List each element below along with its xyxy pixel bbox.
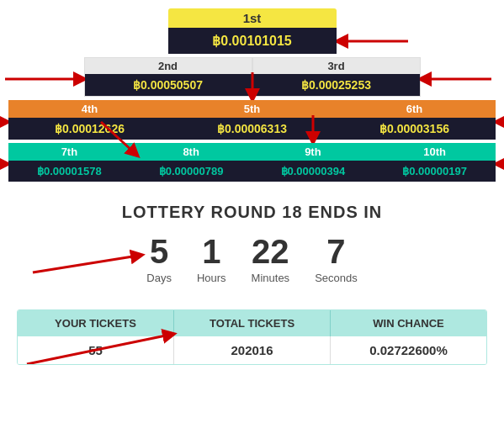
minutes-label: Minutes: [252, 272, 290, 284]
win-chance-value: 0.02722600%: [331, 336, 486, 364]
second-place-cell: 2nd ฿0.00050507: [84, 57, 252, 97]
seconds-value: 7: [326, 235, 345, 268]
ninth-place-value: ฿0.00000394: [252, 161, 374, 182]
third-place-value: ฿0.00025253: [253, 74, 420, 96]
eighth-place-value: ฿0.00000789: [130, 161, 252, 182]
eighth-arrow: [97, 118, 147, 160]
total-tickets-arrow: [23, 326, 178, 365]
main-container: 1st ฿0.00101015: [0, 0, 504, 365]
fifth-arrow: [240, 71, 265, 100]
first-place-row: 1st ฿0.00101015: [8, 8, 496, 54]
tickets-section: YOUR TICKETS TOTAL TICKETS WIN CHANCE 55: [8, 309, 496, 365]
eighth-place-label: 8th: [130, 143, 252, 161]
hours-value: 1: [202, 235, 220, 268]
svg-line-11: [27, 335, 170, 364]
seconds-item: 7 Seconds: [315, 235, 358, 284]
first-place-label: 1st: [168, 8, 337, 28]
sixth-place-label: 6th: [333, 100, 496, 118]
ninth-place-cell: 9th ฿0.00000394: [252, 143, 374, 182]
tickets-body: 55 202016 0.02722600%: [18, 336, 486, 364]
countdown-arrow: [29, 243, 146, 277]
ninth-arrow: [300, 114, 326, 143]
days-container: 5 Days: [146, 235, 172, 284]
second-place-value: ฿0.00050507: [85, 74, 252, 96]
seventh-arrow: [0, 151, 8, 177]
eighth-place-cell: 8th ฿0.00000789: [130, 143, 252, 182]
sixth-place-cell: 6th ฿0.00003156: [333, 100, 496, 140]
third-place-label: 3rd: [253, 58, 420, 74]
win-chance-header: WIN CHANCE: [331, 310, 486, 336]
fourth-arrow: [0, 109, 8, 135]
svg-line-7: [101, 122, 135, 153]
lottery-ends-section: LOTTERY ROUND 18 ENDS IN 5 Days: [0, 190, 504, 309]
minutes-value: 22: [252, 235, 289, 268]
days-label: Days: [146, 272, 172, 284]
tenth-place-cell: 10th ฿0.00000197: [374, 143, 496, 182]
first-arrow: [337, 29, 412, 54]
seconds-label: Seconds: [315, 272, 358, 284]
seventh-place-value: ฿0.00001578: [8, 161, 130, 182]
countdown-container: 5 Days 1 Hours 22 Minutes 7 Seconds: [8, 235, 496, 284]
third-place-cell: 3rd ฿0.00025253: [252, 57, 421, 97]
second-arrow: [1, 66, 85, 92]
third-arrow: [420, 66, 496, 92]
days-item: 5 Days: [146, 235, 172, 284]
sixth-place-value: ฿0.00003156: [333, 118, 496, 140]
sixth-arrow: [496, 109, 504, 135]
tenth-place-label: 10th: [374, 143, 496, 161]
tenth-place-value: ฿0.00000197: [374, 161, 496, 182]
fourth-place-label: 4th: [8, 100, 171, 118]
days-value: 5: [150, 235, 168, 268]
minutes-item: 22 Minutes: [252, 235, 290, 284]
tickets-table: YOUR TICKETS TOTAL TICKETS WIN CHANCE 55: [17, 309, 487, 365]
fourth-fifth-sixth-row: 4th ฿0.00012626 5th ฿0.00006313: [8, 100, 496, 140]
hours-label: Hours: [197, 272, 226, 284]
total-tickets-value-cell: 202016: [174, 336, 331, 364]
svg-line-10: [33, 256, 138, 272]
prize-section: 1st ฿0.00101015: [0, 0, 504, 182]
ninth-place-label: 9th: [252, 143, 374, 161]
lottery-ends-title: LOTTERY ROUND 18 ENDS IN: [8, 203, 496, 222]
total-tickets-header: TOTAL TICKETS: [174, 310, 331, 336]
hours-item: 1 Hours: [197, 235, 226, 284]
second-place-label: 2nd: [85, 58, 252, 74]
first-place-value: ฿0.00101015: [168, 28, 337, 54]
seventh-to-tenth-row: 7th ฿0.00001578 8th ฿0.00000789: [8, 143, 496, 182]
tenth-arrow: [496, 151, 504, 177]
